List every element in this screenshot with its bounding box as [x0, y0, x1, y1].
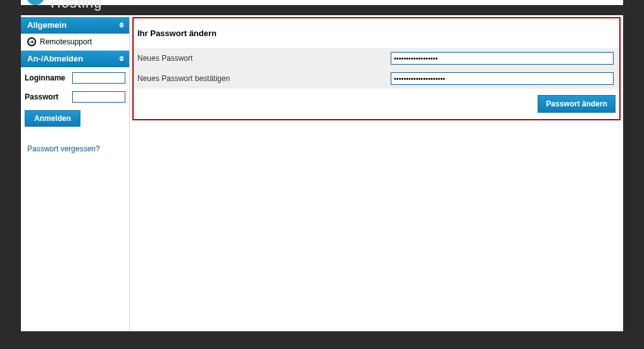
app-container: Allgemein ➔ Remotesupport An-/Abmelden L…: [21, 15, 623, 331]
password-label: Passwort: [25, 92, 70, 101]
confirm-password-input[interactable]: [391, 72, 614, 85]
sidebar-section-general-label: Allgemein: [27, 20, 66, 30]
field-block: Neues Passwort Neues Passwort bestätigen: [134, 48, 619, 89]
sidebar-section-login-label: An-/Abmelden: [27, 54, 83, 63]
confirm-password-label: Neues Passwort bestätigen: [137, 74, 391, 83]
sidebar: Allgemein ➔ Remotesupport An-/Abmelden L…: [21, 15, 130, 331]
login-form: Loginname Passwort Anmelden Passwort ver…: [21, 67, 129, 153]
login-button[interactable]: Anmelden: [25, 110, 80, 127]
loginname-input[interactable]: [72, 72, 125, 84]
new-password-label: Neues Passwort: [137, 54, 391, 63]
new-password-input[interactable]: [391, 52, 614, 65]
chevron-updown-icon: [119, 22, 124, 28]
sidebar-section-general[interactable]: Allgemein: [21, 17, 129, 34]
change-password-button[interactable]: Passwort ändern: [538, 95, 616, 113]
main-content: Ihr Passwort ändern Neues Passwort Neues…: [130, 15, 623, 331]
password-input[interactable]: [72, 91, 125, 103]
sidebar-item-remotesupport[interactable]: ➔ Remotesupport: [21, 34, 129, 51]
loginname-label: Loginname: [25, 73, 70, 82]
sidebar-section-login[interactable]: An-/Abmelden: [21, 51, 129, 67]
chevron-updown-icon: [119, 56, 124, 61]
sidebar-item-label: Remotesupport: [40, 37, 92, 46]
arrow-right-circle-icon: ➔: [27, 37, 36, 46]
change-password-panel: Ihr Passwort ändern Neues Passwort Neues…: [132, 17, 621, 120]
panel-title: Ihr Passwort ändern: [134, 18, 619, 48]
logo-text: Hosting: [51, 0, 103, 11]
header-band: [21, 0, 623, 5]
forgot-password-link[interactable]: Passwort vergessen?: [27, 144, 125, 153]
